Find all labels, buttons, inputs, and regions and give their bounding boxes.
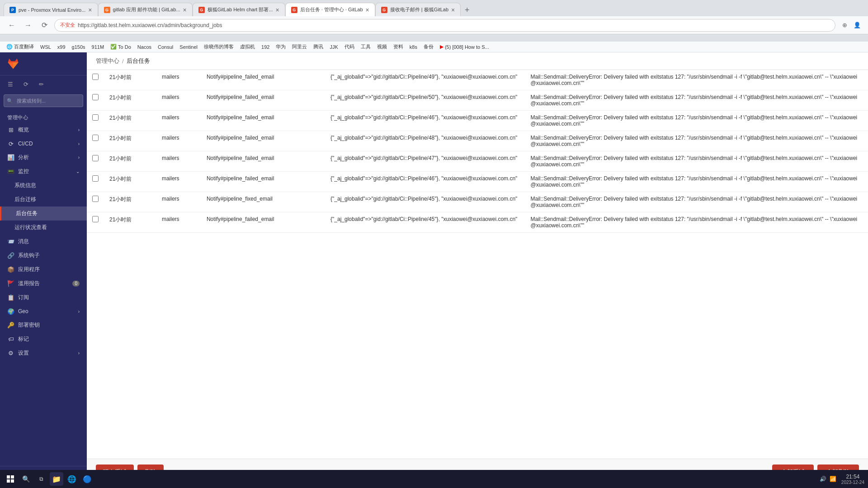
bookmark-label: 工具: [361, 43, 371, 50]
bookmark-code[interactable]: 代码: [342, 42, 357, 51]
tab-favicon: G: [291, 7, 297, 13]
tab-close-icon[interactable]: ×: [88, 7, 92, 13]
bookmark-label: Nacos: [137, 44, 151, 50]
bookmark-translate[interactable]: 🌐 百度翻译: [4, 42, 37, 51]
windows-taskbar: 🔍 ⧉ 📁 🌐 🔵 🔊 📶 21:54 2023-12-24: [0, 470, 868, 488]
file-explorer-button[interactable]: 📁: [50, 472, 63, 486]
sidebar-item-health-check[interactable]: 运行状况查看: [0, 221, 87, 235]
tab-favicon: P: [9, 7, 16, 13]
breadcrumb-parent[interactable]: 管理中心: [96, 57, 119, 65]
tab-close-icon[interactable]: ×: [366, 7, 369, 13]
sidebar-item-system-info[interactable]: 系统信息: [0, 178, 87, 192]
bookmark-192[interactable]: 192: [259, 43, 272, 51]
row-error-7: Mail::Sendmail::DeliveryError: Delivery …: [525, 212, 868, 233]
row-checkbox-7[interactable]: [92, 216, 99, 222]
tab-email[interactable]: G 接收电子邮件 | 极狐GitLab ×: [375, 3, 461, 16]
tab-close-icon[interactable]: ×: [451, 7, 455, 13]
sidebar-edit-button[interactable]: ✏: [34, 77, 48, 91]
sidebar-item-monitoring[interactable]: 📟 监控 ⌄: [0, 164, 87, 178]
task-view-button[interactable]: ⧉: [34, 472, 48, 486]
bookmark-wsl[interactable]: WSL: [38, 43, 54, 51]
tab-pve[interactable]: P pve - Proxmox Virtual Enviro... ×: [4, 3, 98, 16]
bookmark-consul[interactable]: Consul: [155, 43, 176, 51]
sidebar-item-analytics[interactable]: 📊 分析 ›: [0, 150, 87, 164]
row-job-class-0: Notify#pipeline_failed_email: [201, 70, 325, 90]
bookmark-data[interactable]: 资料: [391, 42, 406, 51]
sidebar-item-subscription[interactable]: 📋 订阅: [0, 291, 87, 305]
bookmark-blog[interactable]: 徐晓伟的博客: [201, 42, 236, 51]
tab-background-jobs[interactable]: G 后台任务 · 管理中心 · GitLab ×: [285, 3, 375, 16]
sidebar-item-background-jobs[interactable]: 后台任务: [0, 206, 87, 221]
bookmark-label: 911M: [92, 44, 104, 50]
search-taskbar-button[interactable]: 🔍: [19, 472, 33, 486]
bookmark-video2[interactable]: ▶ (5) [008] How to S...: [437, 43, 492, 51]
edge-button[interactable]: 🌐: [65, 472, 79, 486]
tab-close-icon[interactable]: ×: [276, 7, 279, 13]
bookmark-vm[interactable]: 虚拟机: [237, 42, 258, 51]
bookmark-todo[interactable]: ✅ To Do: [108, 43, 134, 51]
address-field[interactable]: 不安全 https://gitlab.test.helm.xuxiaowei.c…: [54, 19, 835, 32]
sidebar-item-cicd[interactable]: ⟳ CI/CD ›: [0, 137, 87, 150]
new-tab-button[interactable]: +: [461, 4, 473, 16]
row-error-5: Mail::Sendmail::DeliveryError: Delivery …: [525, 172, 868, 192]
bookmark-tools[interactable]: 工具: [358, 42, 373, 51]
sidebar-item-deploy-keys[interactable]: 🔑 部署密钥: [0, 318, 87, 332]
bookmark-label: k8s: [410, 44, 417, 50]
bookmark-nacos[interactable]: Nacos: [135, 43, 154, 51]
sidebar-item-overview[interactable]: ⊞ 概览 ›: [0, 123, 87, 137]
windows-icon: [7, 475, 14, 483]
row-checkbox-0[interactable]: [92, 74, 99, 80]
sidebar-item-label: 系统信息: [14, 182, 36, 189]
bookmark-label: 阿里云: [292, 43, 307, 50]
sidebar-item-applications[interactable]: 📦 应用程序: [0, 263, 87, 277]
geo-icon: 🌍: [7, 308, 14, 315]
bookmark-label: 视频: [377, 43, 387, 50]
row-checkbox-3[interactable]: [92, 135, 99, 141]
svg-rect-2: [7, 479, 10, 483]
bookmark-g150s[interactable]: g150s: [69, 43, 88, 51]
row-checkbox-5[interactable]: [92, 175, 99, 182]
bookmark-jjk[interactable]: JJK: [327, 43, 340, 51]
row-checkbox-4[interactable]: [92, 155, 99, 161]
tab-gitlab-mail[interactable]: G gitlab 应用 邮件功能 | GitLab... ×: [98, 3, 193, 16]
back-button[interactable]: ←: [5, 19, 18, 32]
tab-helm[interactable]: G 极狐GitLab Helm chart 部署... ×: [193, 3, 285, 16]
search-input[interactable]: [4, 94, 83, 107]
row-args-1: {"_aj_globalid"=>"gid://gitlab/Ci::Pipel…: [325, 90, 525, 111]
sidebar-item-background-migration[interactable]: 后台迁移: [0, 192, 87, 206]
bookmark-backup[interactable]: 备份: [421, 42, 436, 51]
row-job-class-1: Notify#pipeline_failed_email: [201, 90, 325, 111]
chrome-button[interactable]: 🔵: [80, 472, 94, 486]
row-args-3: {"_aj_globalid"=>"gid://gitlab/Ci::Pipel…: [325, 131, 525, 151]
sidebar-item-abuse-reports[interactable]: 🚩 滥用报告 0: [0, 277, 87, 291]
chevron-right-icon: ›: [78, 309, 80, 314]
search-icon: 🔍: [7, 98, 13, 104]
start-button[interactable]: [4, 472, 17, 486]
sidebar-item-messages[interactable]: 📨 消息: [0, 235, 87, 249]
row-checkbox-6[interactable]: [92, 196, 99, 202]
bookmark-911m[interactable]: 911M: [89, 43, 107, 51]
sidebar-toggle-button[interactable]: ☰: [4, 77, 17, 91]
bookmark-k8s[interactable]: k8s: [407, 43, 420, 51]
sidebar-merge-requests-button[interactable]: ⟳: [19, 77, 33, 91]
bookmark-sentinel[interactable]: Sentinel: [177, 43, 200, 51]
profile-icon[interactable]: 👤: [852, 20, 863, 31]
gitlab-logo[interactable]: [0, 52, 87, 75]
sidebar-item-hooks[interactable]: 🔗 系统钩子: [0, 249, 87, 263]
bookmark-x99[interactable]: x99: [55, 43, 68, 51]
bookmark-video[interactable]: 视频: [374, 42, 390, 51]
sidebar-item-labels[interactable]: 🏷 标记: [0, 332, 87, 346]
row-checkbox-2[interactable]: [92, 114, 99, 121]
sidebar-item-geo[interactable]: 🌍 Geo ›: [0, 305, 87, 318]
sidebar-item-settings[interactable]: ⚙ 设置 ›: [0, 346, 87, 360]
row-args-2: {"_aj_globalid"=>"gid://gitlab/Ci::Pipel…: [325, 111, 525, 131]
bookmark-aliyun[interactable]: 阿里云: [289, 42, 310, 51]
extensions-icon[interactable]: ⊕: [839, 20, 850, 31]
tab-close-icon[interactable]: ×: [183, 7, 187, 13]
bookmark-huawei[interactable]: 华为: [273, 42, 288, 51]
row-checkbox-1[interactable]: [92, 94, 99, 100]
row-error-3: Mail::Sendmail::DeliveryError: Delivery …: [525, 131, 868, 151]
forward-button[interactable]: →: [22, 19, 34, 32]
reload-button[interactable]: ⟳: [38, 19, 51, 32]
bookmark-tencent[interactable]: 腾讯: [311, 42, 326, 51]
